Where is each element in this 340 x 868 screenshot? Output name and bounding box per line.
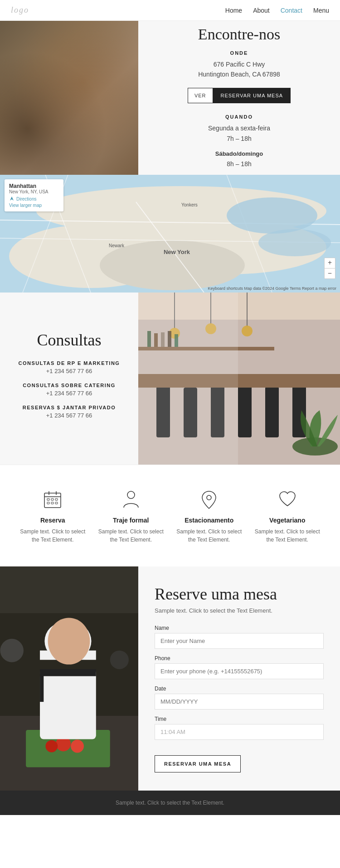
svg-text:Yonkers: Yonkers (181, 202, 198, 207)
logo: logo (11, 5, 29, 15)
time-label: Time (155, 716, 324, 722)
reservar-button-hero[interactable]: RESERVAR UMA MESA (213, 88, 291, 103)
navbar: logo Home About Contact Menu (0, 0, 340, 21)
form-group-date: Date (155, 686, 324, 710)
time-input[interactable] (155, 724, 324, 740)
map-background: New York Newark Yonkers Manhattan New Yo… (0, 175, 340, 293)
onde-label: ONDE (230, 50, 248, 56)
svg-point-60 (48, 618, 90, 664)
map-view-larger[interactable]: View larger map (9, 203, 59, 208)
svg-rect-38 (138, 293, 238, 465)
consulta-phone-2: +1 234 567 77 66 (23, 390, 116, 397)
footer: Sample text. Click to select the Text El… (0, 791, 340, 815)
consultas-section: Consultas CONSULTAS DE RP E MARKETING +1… (0, 293, 340, 465)
consultas-image-svg (138, 293, 340, 465)
svg-rect-46 (47, 502, 49, 504)
zoom-in[interactable]: + (325, 258, 335, 269)
weekday-hours: 7h – 18h (208, 134, 270, 144)
feature-vegetariano: Vegetariano Sample text. Click to select… (252, 488, 322, 544)
directions-label: Directions (16, 197, 36, 201)
map-location-name: Manhattan (9, 183, 59, 189)
svg-rect-45 (55, 499, 58, 500)
feature-reserva: Reserva Sample text. Click to select the… (18, 488, 88, 544)
map-location-sub: New York, NY, USA (9, 189, 59, 194)
location-svg (198, 489, 220, 510)
map-zoom-controls: + − (324, 258, 335, 279)
feature-estacionamento-title: Estacionamento (174, 517, 244, 524)
feature-estacionamento: Estacionamento Sample text. Click to sel… (174, 488, 244, 544)
feature-reserva-desc: Sample text. Click to select the Text El… (18, 528, 88, 544)
svg-rect-22 (265, 387, 279, 437)
nav-about[interactable]: About (253, 7, 270, 14)
svg-rect-44 (51, 499, 53, 500)
consulta-phone-3: +1 234 567 77 66 (23, 412, 116, 419)
quando-label: QUANDO (208, 114, 270, 120)
zoom-out[interactable]: − (325, 269, 335, 278)
svg-rect-61 (40, 669, 96, 676)
quando-section: QUANDO Segunda a sexta-feira 7h – 18h Sá… (208, 114, 270, 170)
feature-traje-desc: Sample text. Click to select the Text El… (96, 528, 166, 544)
address-line1: 676 Pacific C Hwy (214, 61, 265, 68)
feature-estacionamento-desc: Sample text. Click to select the Text El… (174, 528, 244, 544)
map-footer: Keyboard shortcuts Map data ©2024 Google… (208, 286, 336, 291)
features-section: Reserva Sample text. Click to select the… (0, 465, 340, 566)
svg-point-11 (227, 197, 317, 234)
reservar-button-form[interactable]: RESERVAR UMA MESA (155, 755, 241, 772)
hero-image-placeholder (0, 21, 138, 175)
svg-rect-47 (51, 502, 53, 504)
svg-point-30 (242, 326, 253, 336)
svg-text:New York: New York (164, 249, 190, 255)
phone-label: Phone (155, 655, 324, 662)
nav-contact[interactable]: Contact (281, 7, 302, 14)
footer-text: Sample text. Click to select the Text El… (9, 800, 331, 806)
weekdays: Segunda a sexta-feira (208, 123, 270, 134)
consulta-label-3: RESERVAS $ JANTAR PRIVADO (23, 405, 116, 410)
calendar-svg (42, 489, 63, 510)
svg-rect-65 (0, 566, 138, 613)
svg-point-50 (207, 495, 211, 500)
consultas-title: Consultas (37, 331, 101, 350)
reservation-subtitle: Sample text. Click to select the Text El… (155, 607, 324, 614)
heart-icon (276, 488, 299, 511)
map-directions[interactable]: Directions (9, 196, 59, 201)
form-group-time: Time (155, 716, 324, 740)
feature-vegetariano-title: Vegetariano (252, 517, 322, 524)
consulta-group-3: RESERVAS $ JANTAR PRIVADO +1 234 567 77 … (23, 405, 116, 419)
weekend-hours: 8h – 18h (208, 159, 270, 170)
nav-home[interactable]: Home (225, 7, 242, 14)
consulta-group-2: CONSULTAS SOBRE CATERING +1 234 567 77 6… (23, 383, 116, 397)
consultas-image (138, 293, 340, 465)
action-buttons: VER RESERVAR UMA MESA (188, 88, 291, 103)
svg-point-12 (258, 229, 331, 256)
address: 676 Pacific C Hwy Huntington Beach, CA 6… (198, 59, 280, 80)
date-label: Date (155, 686, 324, 692)
svg-rect-21 (238, 383, 252, 437)
svg-text:Newark: Newark (109, 243, 125, 248)
location-icon (197, 488, 221, 511)
phone-input[interactable] (155, 663, 324, 679)
name-input[interactable] (155, 633, 324, 649)
feature-reserva-title: Reserva (18, 517, 88, 524)
svg-point-56 (45, 740, 58, 753)
consulta-group-1: CONSULTAS DE RP E MARKETING +1 234 567 7… (19, 360, 120, 374)
calendar-icon (41, 488, 64, 511)
consulta-phone-1: +1 234 567 77 66 (19, 368, 120, 374)
nav-menu[interactable]: Menu (313, 7, 329, 14)
reservation-title: Reserve uma mesa (155, 585, 324, 604)
reservation-form: Reserve uma mesa Sample text. Click to s… (138, 566, 340, 791)
feature-traje-title: Traje formal (96, 517, 166, 524)
reservation-section: Reserve uma mesa Sample text. Click to s… (0, 566, 340, 791)
date-input[interactable] (155, 694, 324, 710)
map-panel: Manhattan New York, NY, USA Directions V… (5, 179, 63, 211)
weekend: Sábado/domingo (208, 149, 270, 159)
form-group-name: Name (155, 625, 324, 649)
feature-traje: Traje formal Sample text. Click to selec… (96, 488, 166, 544)
form-group-phone: Phone (155, 655, 324, 679)
address-line2: Huntington Beach, CA 67898 (198, 71, 280, 78)
consulta-label-2: CONSULTAS SOBRE CATERING (23, 383, 116, 388)
name-label: Name (155, 625, 324, 631)
svg-rect-48 (55, 502, 58, 504)
svg-rect-62 (40, 674, 44, 702)
ver-button[interactable]: VER (188, 88, 213, 103)
chef-image-svg (0, 566, 138, 791)
